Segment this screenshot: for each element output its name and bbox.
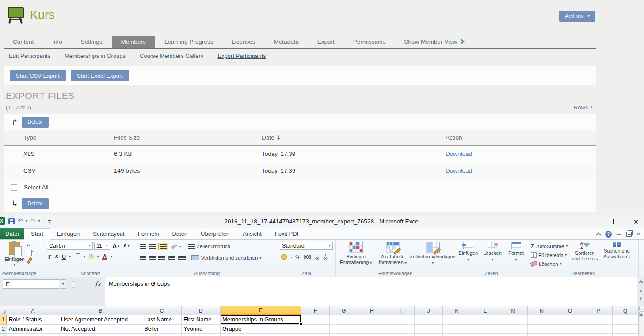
tab-metadata[interactable]: Metadata (265, 36, 308, 48)
cell-O1[interactable] (556, 315, 584, 325)
ribbon-tab-start[interactable]: Start (24, 228, 50, 240)
cell-Px[interactable] (584, 334, 613, 336)
tab-content[interactable]: Content (4, 36, 43, 48)
scroll-down-icon[interactable]: ▼ (639, 297, 642, 301)
align-middle-icon[interactable] (149, 244, 156, 249)
subtab-memberships-in-groups[interactable]: Memberships in Groups (57, 53, 133, 59)
ribbon-tab-formeln[interactable]: Formeln (131, 228, 166, 239)
tab-licenses[interactable]: Licenses (222, 36, 264, 48)
font-name-combobox[interactable]: Calibri▾ (47, 242, 93, 250)
font-color-button[interactable]: A (102, 254, 107, 260)
start-csv-export-button[interactable]: Start CSV-Export (10, 70, 66, 81)
wrap-text-button[interactable]: Zeilenumbruch (188, 244, 230, 249)
column-header-D[interactable]: D (182, 306, 221, 315)
align-right-icon[interactable] (158, 256, 165, 260)
align-left-icon[interactable] (140, 256, 146, 260)
cell-I1[interactable] (386, 315, 415, 325)
insert-cells-button[interactable]: Einfügen ▾ (458, 242, 479, 270)
tab-show-member-view[interactable]: Show Member View (395, 36, 474, 48)
cell-Kx[interactable] (443, 334, 471, 336)
tab-learning-progress[interactable]: Learning Progress (155, 36, 222, 48)
cell-C1[interactable]: Last Name (142, 315, 182, 325)
chevron-down-icon[interactable]: ▾ (69, 255, 71, 259)
subtab-course-members-gallery[interactable]: Course Members Gallery (133, 53, 211, 59)
ribbon-tab-seitenlayout[interactable]: Seitenlayout (86, 228, 131, 239)
row-header-2[interactable]: 2 (0, 325, 7, 334)
increase-decimal-icon[interactable]: ←,00 (314, 253, 319, 260)
cell-Nx[interactable] (528, 334, 556, 336)
column-header-Q[interactable]: Q (613, 306, 638, 315)
increase-indent-icon[interactable] (178, 256, 186, 260)
orientation-icon[interactable]: ab (170, 242, 178, 250)
scroll-up-button[interactable]: ▲ (639, 311, 644, 317)
column-header-N[interactable]: N (528, 306, 556, 315)
cell-K2[interactable] (443, 325, 471, 334)
cell-C2[interactable]: Seiler (142, 325, 182, 334)
cell-N2[interactable] (528, 325, 556, 334)
maximize-button[interactable] (613, 219, 619, 225)
merge-center-button[interactable]: Verbinden und zentrieren ▾ (191, 255, 262, 260)
ribbon-tab-ansicht[interactable]: Ansicht (236, 228, 268, 239)
cell-K1[interactable] (443, 315, 471, 325)
column-header-L[interactable]: L (471, 306, 499, 315)
ribbon-tab-einfuegen[interactable]: Einfügen (50, 228, 86, 239)
dialog-launcher-icon[interactable] (331, 272, 334, 275)
cell-P2[interactable] (584, 325, 613, 334)
cell-Qx[interactable] (613, 334, 638, 336)
conditional-formatting-button[interactable]: Bedingte Formatierung ▾ (339, 242, 373, 270)
cell-Gx[interactable] (330, 334, 358, 336)
delete-button-top[interactable]: Delete (22, 117, 49, 128)
column-header-action[interactable]: Action (446, 134, 596, 141)
select-all-checkbox[interactable] (11, 184, 17, 191)
tab-permissions[interactable]: Permissions (344, 36, 395, 48)
cell-O2[interactable] (556, 325, 584, 334)
cell-G1[interactable] (330, 315, 358, 325)
name-box[interactable]: E1 (3, 279, 59, 289)
tab-info[interactable]: Info (43, 36, 72, 48)
cell-Q1[interactable] (613, 315, 638, 325)
find-select-button[interactable]: Suchen und Auswählen ▾ (602, 242, 631, 270)
tab-members[interactable]: Members (112, 36, 155, 48)
comma-style-button[interactable]: 000 (304, 254, 312, 260)
fill-button[interactable]: ↓ Füllbereich ▾ (531, 251, 568, 259)
tab-export[interactable]: Export (308, 36, 344, 48)
cell-H1[interactable] (358, 315, 386, 325)
accounting-format-icon[interactable] (281, 254, 287, 260)
format-as-table-button[interactable]: Als Tabelle formatieren ▾ (377, 242, 409, 270)
cell-Hx[interactable] (358, 334, 386, 336)
cell-E1[interactable]: Memberships in Groups (221, 315, 301, 325)
column-header-O[interactable]: O (556, 306, 584, 315)
help-icon[interactable]: ? (605, 231, 612, 238)
cell-Lx[interactable] (471, 334, 499, 336)
ribbon-tab-daten[interactable]: Daten (165, 228, 194, 239)
bold-button[interactable]: F (48, 253, 52, 260)
column-header-H[interactable]: H (358, 306, 386, 315)
cell-Ix[interactable] (386, 334, 415, 336)
scroll-up-icon[interactable]: ▲ (639, 289, 642, 293)
number-format-combobox[interactable]: Standard▾ (280, 242, 333, 250)
close-button[interactable]: ✕ (633, 219, 639, 225)
column-header-P[interactable]: P (584, 306, 613, 315)
cell-L1[interactable] (471, 315, 499, 325)
cell-L2[interactable] (471, 325, 499, 334)
cell-I2[interactable] (386, 325, 415, 334)
cell-A1[interactable]: Role / Status (7, 315, 59, 325)
column-header-date[interactable]: Date↓ (262, 134, 446, 141)
delete-cells-button[interactable]: ✕ Löschen ▾ (482, 242, 503, 270)
cell-Bx[interactable] (59, 334, 142, 336)
column-header-K[interactable]: K (443, 306, 471, 315)
decrease-indent-icon[interactable] (168, 256, 175, 260)
row-checkbox[interactable] (11, 150, 11, 158)
align-bottom-icon[interactable] (158, 243, 168, 250)
cell-J2[interactable] (415, 325, 443, 334)
grow-font-button[interactable]: A▲ (111, 242, 121, 249)
collapse-ribbon-icon[interactable] (596, 232, 601, 237)
rows-dropdown[interactable]: Rows ▾ (574, 104, 592, 111)
workbook-close-icon[interactable]: ✕ (636, 232, 640, 237)
borders-button[interactable] (74, 253, 80, 260)
cell-Cx[interactable] (142, 334, 182, 336)
row-header-1[interactable]: 1 (0, 315, 7, 325)
clear-button[interactable]: Löschen ▾ (531, 260, 568, 268)
select-all-corner[interactable] (0, 306, 7, 315)
column-header-files-size[interactable]: Files Size (114, 134, 262, 141)
